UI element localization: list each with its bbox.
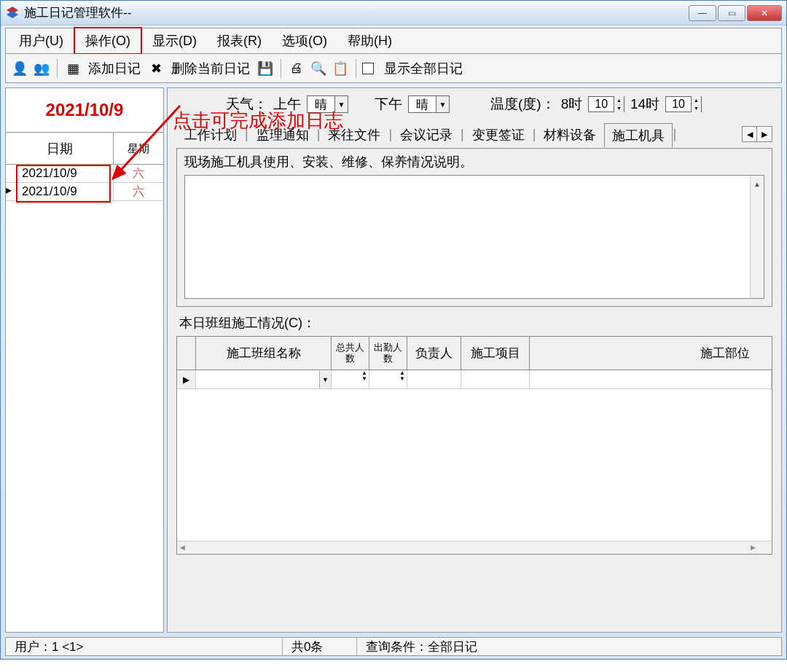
tab-scroll: ◀ ▶ [742, 126, 772, 142]
weather-row: 天气： 上午 晴▼ 下午 晴▼ 温度(度)： 8时 10 ▲▼ 14时 [168, 88, 781, 120]
chevron-down-icon: ▼ [436, 96, 449, 112]
app-window: 施工日记管理软件-- — ▭ ✕ 用户(U) 操作(O) 显示(D) 报表(R)… [0, 0, 787, 660]
date-list: 日期 星期 2021/10/9 六 ▸ 2021/10/9 六 [6, 132, 163, 632]
date-header: 2021/10/9 [6, 88, 163, 132]
tab-scroll-right[interactable]: ▶ [757, 127, 772, 141]
col-week-header: 星期 [114, 133, 163, 164]
chevron-down-icon: ▼ [334, 96, 348, 112]
t2-label: 14时 [630, 95, 659, 114]
tab-change[interactable]: 变更签证 [464, 122, 533, 146]
row-marker [6, 165, 19, 182]
user-group-icon[interactable]: 👥 [32, 59, 51, 78]
row-week: 六 [114, 165, 163, 182]
menubar: 用户(U) 操作(O) 显示(D) 报表(R) 选项(O) 帮助(H) [5, 28, 782, 54]
tab-machinery[interactable]: 施工机具 [604, 123, 673, 147]
crew-name-combo[interactable]: ▼ [196, 370, 331, 388]
menu-user[interactable]: 用户(U) [9, 28, 74, 53]
form-icon[interactable]: ▦ [63, 59, 82, 78]
tabs: 工作计划| 监理通知| 来往文件| 会议记录| 变更签证| 材料设备 施工机具|… [168, 120, 781, 148]
am-weather-combo[interactable]: 晴▼ [307, 95, 348, 113]
col-attend: 出勤人数 [369, 337, 407, 370]
menu-options[interactable]: 选项(O) [272, 28, 337, 53]
crew-table-header: 施工班组名称 总共人数 出勤人数 负责人 施工项目 施工部位 [177, 337, 772, 370]
panel-title: 现场施工机具使用、安装、维修、保养情况说明。 [177, 149, 772, 175]
tab-meeting[interactable]: 会议记录 [392, 122, 461, 146]
t1-label: 8时 [561, 95, 583, 114]
col-crew-name: 施工班组名称 [196, 337, 332, 370]
tab-supervision[interactable]: 监理通知 [248, 122, 317, 146]
show-all-checkbox[interactable] [362, 63, 374, 74]
delete-diary-button[interactable]: 删除当前日记 [168, 60, 253, 77]
row-date: 2021/10/9 [19, 183, 114, 200]
separator [281, 59, 281, 78]
pm-label: 下午 [375, 95, 402, 114]
delete-icon[interactable]: ✖ [146, 59, 165, 78]
col-project: 施工项目 [461, 337, 530, 370]
show-all-label[interactable]: 显示全部日记 [381, 60, 466, 77]
temp-label: 温度(度)： [490, 95, 555, 114]
separator [356, 59, 356, 78]
right-pane: 天气： 上午 晴▼ 下午 晴▼ 温度(度)： 8时 10 ▲▼ 14时 [167, 87, 782, 633]
maximize-button[interactable]: ▭ [718, 5, 745, 21]
menu-operation[interactable]: 操作(O) [74, 27, 142, 55]
window-controls: — ▭ ✕ [689, 5, 782, 21]
separator [57, 59, 58, 78]
save-icon[interactable]: 💾 [256, 59, 275, 78]
temp2-spinner[interactable]: 10 ▲▼ [665, 96, 702, 112]
crew-table: 施工班组名称 总共人数 出勤人数 负责人 施工项目 施工部位 ▶ ▼ ▲▼ ▲▼ [176, 336, 772, 555]
copy-icon[interactable]: 📋 [331, 59, 350, 78]
weather-label: 天气： [226, 95, 267, 114]
left-pane: 2021/10/9 日期 星期 2021/10/9 六 ▸ 2021/10/9 … [5, 87, 164, 633]
minimize-button[interactable]: — [689, 5, 716, 21]
crew-table-body [177, 389, 772, 541]
tab-material[interactable]: 材料设备 [536, 122, 604, 146]
col-location: 施工部位 [530, 337, 772, 370]
horizontal-scrollbar[interactable] [177, 541, 772, 554]
row-marker: ▸ [6, 183, 19, 200]
machinery-panel: 现场施工机具使用、安装、维修、保养情况说明。 ▲ [176, 148, 772, 307]
tab-documents[interactable]: 来往文件 [320, 122, 388, 146]
machinery-textarea[interactable]: ▲ [184, 175, 764, 299]
row-indicator-icon: ▶ [177, 370, 196, 388]
date-row[interactable]: 2021/10/9 六 [6, 165, 163, 183]
window-title: 施工日记管理软件-- [24, 4, 131, 21]
pm-weather-combo[interactable]: 晴▼ [408, 95, 450, 113]
print-icon[interactable]: 🖨 [287, 59, 306, 78]
attend-spinner[interactable]: ▲▼ [369, 370, 407, 388]
status-query: 查询条件：全部日记 [357, 638, 781, 655]
col-date-header: 日期 [6, 133, 114, 164]
user-add-icon[interactable]: 👤 [10, 59, 29, 78]
app-icon [5, 6, 20, 20]
am-label: 上午 [273, 95, 301, 114]
toolbar: 👤 👥 ▦ 添加日记 ✖ 删除当前日记 💾 🖨 🔍 📋 显示全部日记 [5, 54, 782, 83]
status-user: 用户：1 <1> [6, 638, 283, 655]
tab-scroll-left[interactable]: ◀ [743, 127, 757, 141]
preview-icon[interactable]: 🔍 [309, 59, 328, 78]
total-spinner[interactable]: ▲▼ [332, 370, 369, 388]
crew-label: 本日班组施工情况(C)： [168, 314, 781, 336]
titlebar: 施工日记管理软件-- — ▭ ✕ [1, 1, 786, 26]
col-leader: 负责人 [407, 337, 461, 370]
row-week: 六 [114, 183, 163, 200]
menu-display[interactable]: 显示(D) [142, 28, 207, 53]
date-row[interactable]: ▸ 2021/10/9 六 [6, 183, 163, 201]
status-total: 共0条 [283, 638, 357, 655]
crew-row[interactable]: ▶ ▼ ▲▼ ▲▼ [177, 370, 772, 389]
row-date: 2021/10/9 [19, 165, 114, 182]
col-total: 总共人数 [332, 337, 369, 370]
add-diary-button[interactable]: 添加日记 [85, 60, 144, 77]
tab-workplan[interactable]: 工作计划 [176, 122, 245, 146]
statusbar: 用户：1 <1> 共0条 查询条件：全部日记 [5, 637, 782, 656]
temp1-spinner[interactable]: 10 ▲▼ [588, 96, 624, 112]
menu-report[interactable]: 报表(R) [207, 28, 272, 53]
current-date: 2021/10/9 [46, 100, 124, 120]
menu-help[interactable]: 帮助(H) [337, 28, 402, 53]
scroll-up-icon[interactable]: ▲ [753, 180, 761, 195]
close-button[interactable]: ✕ [747, 5, 782, 21]
